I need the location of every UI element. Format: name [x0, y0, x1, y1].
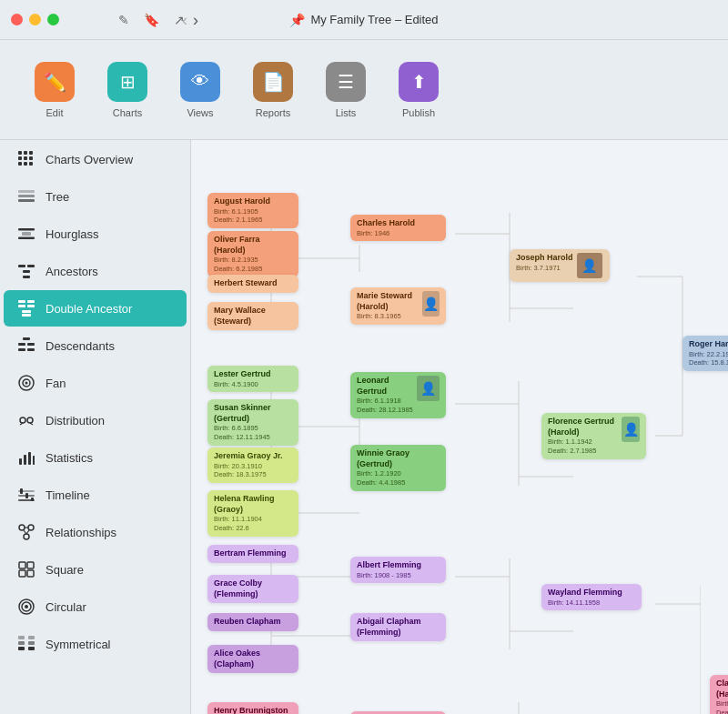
reports-icon-box: 📄 [253, 62, 293, 102]
svg-rect-65 [28, 647, 35, 650]
sidebar-item-symmetrical[interactable]: Symmetrical [4, 626, 187, 662]
sidebar-item-distribution[interactable]: Distribution [4, 402, 187, 438]
svg-point-48 [28, 525, 34, 530]
toolbar: ✏️ Edit ⊞ Charts 👁 Views 📄 Reports ☰ Lis… [0, 40, 728, 140]
svg-rect-11 [18, 199, 35, 202]
sidebar-label-symmetrical: Symmetrical [46, 638, 111, 651]
sidebar-item-square[interactable]: Square [4, 551, 187, 588]
svg-rect-3 [18, 156, 22, 160]
svg-rect-17 [23, 270, 30, 273]
pin-icon: 📌 [289, 13, 305, 27]
sidebar-item-timeline[interactable]: Timeline [4, 477, 187, 513]
fan-icon [16, 373, 36, 393]
node-leonard-gertrud[interactable]: Leonard Gertrud Birth: 6.1.1918 Death: 2… [350, 372, 446, 418]
sidebar-label-fan: Fan [46, 377, 66, 390]
svg-rect-2 [29, 151, 33, 155]
node-henry-brunnigston[interactable]: Henry Brunnigston [207, 702, 298, 714]
node-winnie-graoy[interactable]: Winnie Graoy (Gertrud) Birth: 1.2.1920 D… [350, 445, 446, 491]
sidebar-item-circular[interactable]: Circular [4, 588, 187, 625]
node-mary-wallace[interactable]: Mary Wallace (Steward) [207, 302, 298, 330]
toolbar-edit[interactable]: ✏️ Edit [18, 55, 91, 126]
svg-point-59 [25, 605, 28, 608]
toolbar-publish[interactable]: ⬆ Publish [382, 55, 455, 126]
publish-label: Publish [402, 107, 435, 118]
node-florence-gertrud[interactable]: Florence Gertrud (Harold) Birth: 1.1.194… [541, 413, 646, 459]
tree-icon [16, 186, 36, 206]
toolbar-lists[interactable]: ☰ Lists [309, 55, 382, 126]
toolbar-reports[interactable]: 📄 Reports [237, 55, 309, 126]
node-grace-colby[interactable]: Grace Colby (Flemming) [207, 575, 298, 603]
descendants-icon [16, 336, 36, 356]
statistics-icon [16, 448, 36, 468]
pencil-icon[interactable]: ✎ [118, 13, 129, 27]
forward-arrow[interactable]: › [193, 10, 198, 29]
svg-rect-63 [28, 641, 35, 645]
sidebar-item-statistics[interactable]: Statistics [4, 439, 187, 476]
svg-rect-23 [22, 310, 31, 313]
sidebar-item-relationships[interactable]: Relationships [4, 514, 187, 550]
node-lester-gertrud[interactable]: Lester Gertrud Birth: 4.5.1900 [207, 366, 298, 392]
titlebar-center: 📌 My Family Tree – Edited [289, 13, 438, 27]
svg-rect-40 [33, 456, 35, 465]
maximize-button[interactable] [47, 14, 59, 25]
svg-rect-44 [20, 488, 23, 494]
node-helena-rawling[interactable]: Helena Rawling (Graoy) Birth: 11.1.1904 … [207, 490, 298, 537]
svg-rect-7 [24, 162, 27, 166]
svg-rect-21 [18, 305, 25, 307]
sidebar-label-timeline: Timeline [46, 488, 90, 502]
node-roger-harold[interactable]: Roger Harold Birth: 22.2.1945 Death: 15.… [682, 336, 728, 371]
svg-rect-22 [27, 305, 35, 307]
node-susan-skinner[interactable]: Susan Skinner (Gertrud) Birth: 6.6.1895 … [207, 399, 298, 446]
sidebar-item-double-ancestor[interactable]: Double Ancestor [4, 290, 187, 327]
svg-rect-56 [27, 570, 34, 577]
node-clarissa-flemming[interactable]: Clarissa Flemming (Harold) Birth: 1910 -… [710, 675, 728, 714]
sidebar-label-charts-overview: Charts Overview [46, 153, 133, 166]
svg-rect-55 [19, 570, 25, 577]
svg-rect-20 [27, 300, 35, 303]
node-jeremia-graoy[interactable]: Jeremia Graoy Jr. Birth: 20.3.1910 Death… [207, 448, 298, 483]
timeline-icon [16, 485, 36, 505]
views-icon-box: 👁 [180, 62, 220, 102]
node-charles-harold[interactable]: Charles Harold Birth: 1946 [350, 215, 446, 241]
node-alice-oakes[interactable]: Alice Oakes (Clapham) [207, 645, 298, 673]
reports-label: Reports [256, 107, 291, 118]
node-wayland-flemming[interactable]: Wayland Flemming Birth: 14.11.1958 [541, 584, 642, 610]
sidebar-label-descendants: Descendants [46, 339, 115, 353]
sidebar-label-double-ancestor: Double Ancestor [46, 302, 132, 316]
node-herbert-steward[interactable]: Herbert Steward [207, 275, 298, 293]
sidebar-label-distribution: Distribution [46, 414, 105, 427]
sidebar-label-hourglass: Hourglass [46, 227, 99, 241]
titlebar-nav: ‹ › [182, 10, 198, 29]
titlebar: ✎ 🔖 ↗ ‹ › 📌 My Family Tree – Edited [0, 0, 728, 40]
sidebar-item-charts-overview[interactable]: Charts Overview [4, 141, 187, 177]
sidebar-item-fan[interactable]: Fan [4, 365, 187, 401]
svg-rect-24 [22, 314, 31, 317]
svg-rect-12 [18, 228, 35, 231]
svg-rect-38 [24, 455, 26, 465]
node-bertram-flemming[interactable]: Bertram Flemming [207, 545, 298, 563]
minimize-button[interactable] [29, 14, 41, 25]
sidebar-item-tree[interactable]: Tree [4, 178, 187, 215]
node-abigail-clapham[interactable]: Abigail Clapham (Flemming) [350, 613, 446, 641]
node-albert-flemming[interactable]: Albert Flemming Birth: 1908 - 1985 [350, 557, 446, 583]
sidebar-label-circular: Circular [46, 600, 86, 614]
svg-point-34 [27, 417, 33, 423]
sidebar-label-statistics: Statistics [46, 451, 93, 465]
svg-rect-25 [23, 337, 30, 340]
toolbar-views[interactable]: 👁 Views [164, 55, 237, 126]
node-joseph-harold[interactable]: Joseph Harold Birth: 3.7.1971 👤 [510, 249, 610, 282]
node-oliver-farra[interactable]: Oliver Farra (Harold) Birth: 8.2.1935 De… [207, 231, 298, 277]
back-arrow[interactable]: ‹ [182, 10, 187, 29]
charts-label: Charts [113, 107, 142, 118]
traffic-lights [11, 14, 59, 25]
svg-rect-5 [29, 156, 33, 160]
node-august-harold[interactable]: August Harold Birth: 6.1.1905 Death: 2.1… [207, 193, 298, 228]
node-marie-steward[interactable]: Marie Steward (Harold) Birth: 8.3.1965 👤 [350, 287, 446, 325]
sidebar-item-ancestors[interactable]: Ancestors [4, 253, 187, 289]
bookmark-icon[interactable]: 🔖 [144, 13, 159, 27]
node-reuben-clapham[interactable]: Reuben Clapham [207, 613, 298, 631]
sidebar-item-descendants[interactable]: Descendants [4, 327, 187, 364]
sidebar-item-hourglass[interactable]: Hourglass [4, 216, 187, 252]
close-button[interactable] [11, 14, 23, 25]
toolbar-charts[interactable]: ⊞ Charts [91, 55, 164, 126]
